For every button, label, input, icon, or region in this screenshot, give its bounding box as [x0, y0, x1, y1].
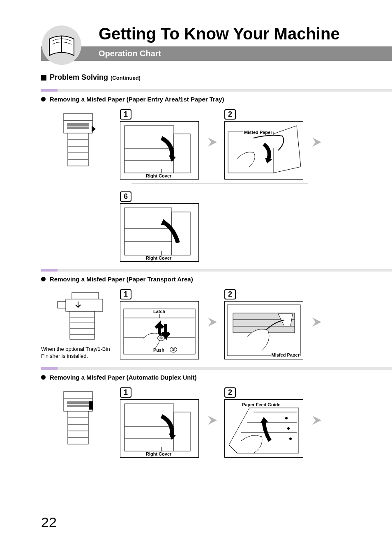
- intro-illustration: [41, 109, 115, 174]
- step-illustration: Right Cover: [120, 203, 199, 262]
- svg-rect-21: [72, 292, 99, 299]
- step-illustration: Right Cover: [120, 399, 199, 458]
- illus-label: Paper Feed Guide: [241, 402, 281, 407]
- illus-label: Right Cover: [145, 256, 172, 260]
- accent-bar: [41, 367, 392, 370]
- step: 1 Latch Push ① ②: [120, 289, 202, 359]
- svg-point-55: [285, 417, 288, 419]
- procedure-heading: Removing a Misfed Paper (Automatic Duple…: [41, 374, 371, 381]
- step: 6 Right Cover: [120, 191, 202, 262]
- next-arrow: [311, 387, 324, 453]
- illus-label: ①: [157, 335, 165, 341]
- illus-label: Right Cover: [145, 451, 172, 456]
- step-number: 2: [224, 387, 236, 398]
- illus-label: Push: [152, 348, 165, 352]
- intro-note: When the optional Tray/1-Bin Finisher is…: [41, 346, 115, 360]
- next-arrow: [207, 387, 219, 453]
- svg-rect-41: [68, 411, 88, 444]
- step-number: 1: [120, 109, 131, 120]
- procedure-heading: Removing a Misfed Paper (Paper Transport…: [41, 276, 371, 283]
- step-row: 1 Right Cover 2: [41, 387, 371, 458]
- step: 2 Paper Feed Guide: [224, 387, 307, 458]
- step-row: When the optional Tray/1-Bin Finisher is…: [41, 289, 371, 360]
- bullet-icon: [41, 97, 46, 101]
- procedure-title: Removing a Misfed Paper (Automatic Duple…: [50, 374, 197, 381]
- illus-label: Misfed Paper: [243, 130, 273, 135]
- svg-rect-22: [66, 299, 103, 311]
- section-heading: Problem Solving (Continued): [41, 73, 371, 82]
- svg-rect-40: [67, 405, 89, 407]
- next-arrow: [311, 289, 324, 355]
- svg-point-57: [289, 438, 292, 440]
- book-icon: [41, 25, 82, 66]
- svg-rect-37: [64, 391, 92, 399]
- next-arrow: [311, 109, 324, 175]
- step-number: 1: [120, 289, 131, 299]
- step-number: 2: [224, 289, 236, 299]
- illus-label: Right Cover: [145, 173, 172, 178]
- procedure-title: Removing a Misfed Paper (Paper Transport…: [50, 276, 193, 283]
- section-continued: (Continued): [111, 75, 141, 81]
- step-illustration: Misfed Paper: [224, 301, 303, 359]
- svg-rect-10: [125, 126, 174, 173]
- svg-rect-47: [125, 404, 174, 451]
- next-arrow: [207, 289, 219, 355]
- procedure-heading: Removing a Misfed Paper (Paper Entry Are…: [41, 96, 371, 103]
- illus-label: Misfed Paper: [271, 352, 300, 357]
- manual-page: Getting To Know Your Machine Operation C…: [0, 0, 392, 555]
- page-subtitle: Operation Chart: [41, 46, 392, 61]
- step-illustration: Misfed Paper: [224, 121, 303, 180]
- next-arrow: [207, 109, 219, 175]
- section-heading-text: Problem Solving: [50, 73, 108, 82]
- accent-bar: [41, 89, 392, 92]
- step-illustration: Right Cover: [120, 121, 199, 180]
- step-number: 1: [120, 387, 131, 398]
- illus-label: ②: [170, 347, 177, 352]
- step-number: 6: [120, 191, 131, 202]
- bullet-icon: [41, 375, 46, 380]
- svg-rect-1: [64, 113, 92, 121]
- step: 1 Right Cover: [120, 387, 202, 458]
- procedure-title: Removing a Misfed Paper (Paper Entry Are…: [50, 96, 224, 103]
- divider: [131, 184, 308, 184]
- page-header: Getting To Know Your Machine Operation C…: [41, 25, 371, 61]
- svg-rect-23: [58, 302, 66, 308]
- step: 2 Misfed Paper: [224, 109, 307, 180]
- square-bullet-icon: [41, 75, 46, 81]
- bullet-icon: [41, 277, 46, 281]
- svg-rect-3: [67, 123, 89, 126]
- step: 1 Right Cover: [120, 109, 202, 180]
- intro-illustration: [41, 387, 115, 452]
- step-number: 2: [224, 109, 236, 120]
- step-row: 1 Right Cover 2: [41, 109, 371, 180]
- intro-illustration: When the optional Tray/1-Bin Finisher is…: [41, 289, 115, 360]
- svg-rect-46: [89, 401, 93, 410]
- svg-rect-39: [67, 401, 89, 404]
- page-title: Getting To Know Your Machine: [99, 25, 371, 43]
- svg-rect-5: [68, 133, 88, 166]
- svg-rect-16: [125, 208, 172, 255]
- page-number: 22: [41, 514, 57, 530]
- svg-rect-11: [174, 134, 190, 173]
- step-row: 6 Right Cover: [41, 191, 371, 262]
- svg-rect-24: [70, 311, 95, 339]
- step-illustration: Latch Push ① ②: [120, 301, 199, 359]
- step: 2 Misfed Paper: [224, 289, 307, 359]
- svg-rect-4: [67, 127, 89, 129]
- svg-rect-48: [174, 412, 190, 451]
- illus-label: Latch: [152, 309, 166, 314]
- step-illustration: Paper Feed Guide: [224, 399, 303, 458]
- accent-bar: [41, 269, 392, 272]
- svg-point-56: [287, 427, 290, 430]
